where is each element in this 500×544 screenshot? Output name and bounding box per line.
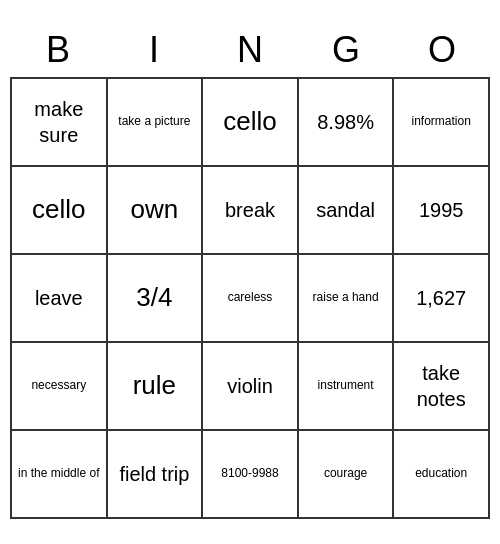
cell-r0-c2: cello xyxy=(203,79,299,167)
cell-r2-c2: careless xyxy=(203,255,299,343)
cell-r3-c1: rule xyxy=(108,343,204,431)
cell-r4-c1: field trip xyxy=(108,431,204,519)
bingo-grid: make suretake a picturecello8.98%informa… xyxy=(10,77,490,519)
cell-r1-c3: sandal xyxy=(299,167,395,255)
header-letter-B: B xyxy=(10,25,106,75)
cell-r3-c0: necessary xyxy=(12,343,108,431)
cell-r0-c4: information xyxy=(394,79,490,167)
cell-r0-c1: take a picture xyxy=(108,79,204,167)
bingo-header: BINGO xyxy=(10,25,490,75)
cell-r3-c2: violin xyxy=(203,343,299,431)
cell-r2-c0: leave xyxy=(12,255,108,343)
cell-r4-c0: in the middle of xyxy=(12,431,108,519)
cell-r0-c0: make sure xyxy=(12,79,108,167)
header-letter-I: I xyxy=(106,25,202,75)
cell-r1-c0: cello xyxy=(12,167,108,255)
cell-r2-c4: 1,627 xyxy=(394,255,490,343)
cell-r1-c1: own xyxy=(108,167,204,255)
cell-r1-c2: break xyxy=(203,167,299,255)
header-letter-O: O xyxy=(394,25,490,75)
cell-r0-c3: 8.98% xyxy=(299,79,395,167)
cell-r2-c3: raise a hand xyxy=(299,255,395,343)
cell-r2-c1: 3/4 xyxy=(108,255,204,343)
header-letter-N: N xyxy=(202,25,298,75)
cell-r3-c3: instrument xyxy=(299,343,395,431)
cell-r3-c4: take notes xyxy=(394,343,490,431)
cell-r1-c4: 1995 xyxy=(394,167,490,255)
cell-r4-c4: education xyxy=(394,431,490,519)
bingo-card: BINGO make suretake a picturecello8.98%i… xyxy=(10,25,490,519)
cell-r4-c2: 8100-9988 xyxy=(203,431,299,519)
header-letter-G: G xyxy=(298,25,394,75)
cell-r4-c3: courage xyxy=(299,431,395,519)
